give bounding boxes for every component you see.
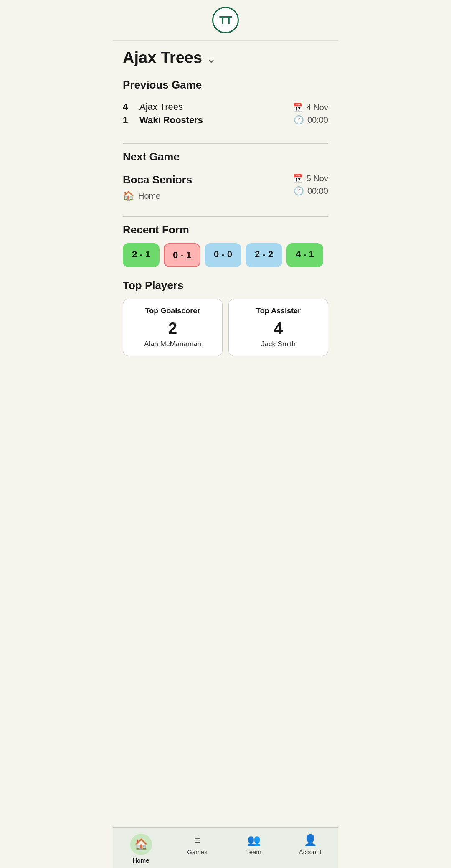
home-score: 4 bbox=[123, 102, 133, 112]
previous-game-row: 4 Ajax Trees 1 Waki Roosters 📅 4 Nov bbox=[123, 102, 328, 126]
top-players-section: Top Players Top Goalscorer 2 Alan McMana… bbox=[123, 279, 328, 356]
nav-item-home[interactable]: 🏠 Home bbox=[113, 828, 169, 868]
next-game-date: 5 Nov bbox=[307, 174, 328, 183]
next-game-layout: Boca Seniors 🏠 Home 📅 5 Nov 🕐 00:00 bbox=[123, 173, 328, 201]
top-players-title: Top Players bbox=[123, 279, 328, 292]
home-team-label: Ajax Trees bbox=[139, 102, 183, 112]
nav-home-icon-wrap: 🏠 bbox=[130, 834, 152, 855]
assister-label: Top Assister bbox=[235, 307, 322, 315]
next-game-details: Boca Seniors 🏠 Home bbox=[123, 173, 192, 201]
next-clock-icon: 🕐 bbox=[294, 186, 304, 196]
previous-game-time: 00:00 bbox=[307, 115, 328, 125]
form-badge-3: 2 - 2 bbox=[246, 243, 282, 267]
next-game-meta: 📅 5 Nov 🕐 00:00 bbox=[293, 173, 328, 196]
previous-game-meta: 📅 4 Nov 🕐 00:00 bbox=[293, 102, 328, 125]
nav-item-team[interactable]: 👥 Team bbox=[226, 828, 282, 868]
team-name: Ajax Trees bbox=[123, 49, 202, 67]
previous-game-title: Previous Game bbox=[123, 79, 328, 91]
recent-form-section: Recent Form 2 - 10 - 10 - 02 - 24 - 1 bbox=[123, 223, 328, 267]
form-badges-container: 2 - 10 - 10 - 02 - 24 - 1 bbox=[123, 243, 328, 267]
next-game-section: Next Game Boca Seniors 🏠 Home 📅 5 Nov bbox=[123, 150, 328, 210]
goalscorer-label: Top Goalscorer bbox=[129, 307, 216, 315]
nav-item-games[interactable]: ≡ Games bbox=[169, 828, 226, 868]
nav-item-account[interactable]: 👤 Account bbox=[282, 828, 338, 868]
games-nav-icon: ≡ bbox=[194, 834, 200, 847]
top-assister-card: Top Assister 4 Jack Smith bbox=[228, 299, 328, 356]
previous-game-date: 4 Nov bbox=[307, 103, 328, 112]
next-game-time-row: 🕐 00:00 bbox=[294, 186, 328, 196]
account-nav-icon: 👤 bbox=[304, 834, 317, 847]
recent-form-title: Recent Form bbox=[123, 223, 328, 236]
clock-icon: 🕐 bbox=[294, 115, 304, 125]
goalscorer-name: Alan McManaman bbox=[129, 340, 216, 348]
assister-count: 4 bbox=[235, 320, 322, 338]
next-game-venue: Home bbox=[138, 191, 160, 201]
divider-1 bbox=[123, 143, 328, 144]
team-nav-icon: 👥 bbox=[247, 834, 261, 847]
form-badge-2: 0 - 0 bbox=[205, 243, 241, 267]
next-game-date-row: 📅 5 Nov bbox=[293, 173, 328, 183]
previous-game-section: Previous Game 4 Ajax Trees 1 Waki Rooste… bbox=[123, 79, 328, 137]
previous-game-scores: 4 Ajax Trees 1 Waki Roosters bbox=[123, 102, 203, 126]
players-grid: Top Goalscorer 2 Alan McManaman Top Assi… bbox=[123, 299, 328, 356]
next-game-opponent: Boca Seniors bbox=[123, 173, 192, 186]
previous-game-time-row: 🕐 00:00 bbox=[294, 115, 328, 125]
nav-account-label: Account bbox=[299, 848, 321, 855]
calendar-icon: 📅 bbox=[293, 102, 303, 112]
goalscorer-count: 2 bbox=[129, 320, 216, 338]
next-game-title: Next Game bbox=[123, 150, 328, 163]
app-logo: TT bbox=[212, 7, 239, 33]
form-badge-1: 0 - 1 bbox=[164, 243, 200, 267]
divider-2 bbox=[123, 216, 328, 217]
next-game-venue-row: 🏠 Home bbox=[123, 190, 192, 201]
nav-games-label: Games bbox=[187, 848, 207, 855]
previous-game-date-row: 📅 4 Nov bbox=[293, 102, 328, 112]
home-venue-icon: 🏠 bbox=[123, 190, 134, 201]
main-content: Ajax Trees ⌄ Previous Game 4 Ajax Trees … bbox=[113, 41, 338, 406]
form-badge-0: 2 - 1 bbox=[123, 243, 160, 267]
next-game-card: Boca Seniors 🏠 Home 📅 5 Nov 🕐 00:00 bbox=[123, 170, 328, 210]
team-title-row[interactable]: Ajax Trees ⌄ bbox=[123, 49, 328, 67]
nav-home-label: Home bbox=[132, 857, 149, 864]
app-header: TT bbox=[113, 0, 338, 41]
nav-team-label: Team bbox=[246, 848, 261, 855]
away-team-label: Waki Roosters bbox=[139, 115, 203, 126]
logo-initials: TT bbox=[219, 14, 232, 27]
previous-game-card: 4 Ajax Trees 1 Waki Roosters 📅 4 Nov bbox=[123, 98, 328, 137]
away-score: 1 bbox=[123, 115, 133, 126]
form-badge-4: 4 - 1 bbox=[286, 243, 323, 267]
assister-name: Jack Smith bbox=[235, 340, 322, 348]
top-goalscorer-card: Top Goalscorer 2 Alan McManaman bbox=[123, 299, 223, 356]
bottom-navigation: 🏠 Home ≡ Games 👥 Team 👤 Account bbox=[113, 827, 338, 868]
previous-game-teams: 4 Ajax Trees 1 Waki Roosters bbox=[123, 102, 203, 126]
chevron-down-icon[interactable]: ⌄ bbox=[206, 52, 216, 66]
next-calendar-icon: 📅 bbox=[293, 173, 303, 183]
next-game-time: 00:00 bbox=[307, 186, 328, 196]
home-nav-icon: 🏠 bbox=[134, 838, 148, 850]
